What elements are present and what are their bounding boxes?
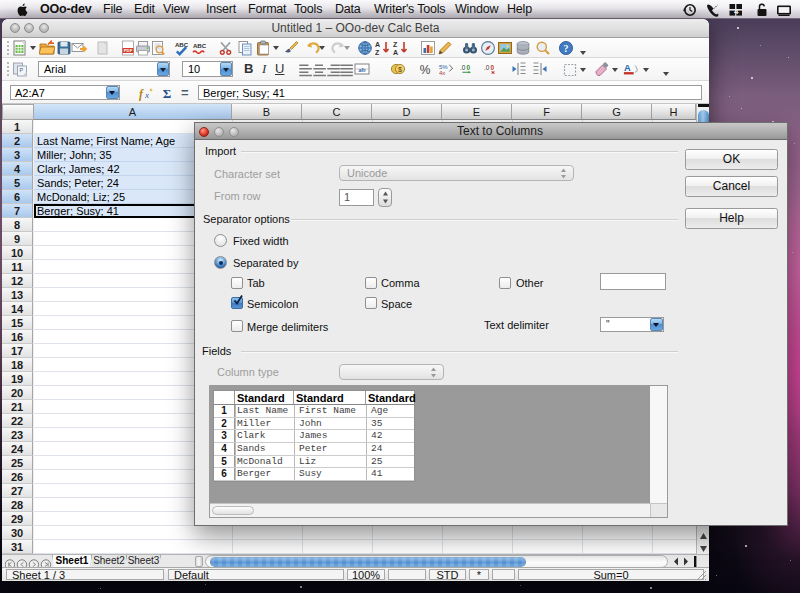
svg-text:Z: Z (393, 41, 398, 48)
svg-text:f: f (139, 87, 144, 101)
svg-text:P: P (20, 67, 24, 73)
svg-text:ABC: ABC (193, 42, 207, 49)
svg-text:A: A (624, 63, 631, 73)
svg-text:?: ? (564, 43, 569, 54)
svg-text:A: A (375, 41, 380, 48)
svg-text:ABC: ABC (175, 41, 189, 48)
svg-text:PDF: PDF (124, 48, 133, 53)
svg-text:.0: .0 (460, 64, 466, 71)
svg-text:.0: .0 (484, 64, 490, 71)
svg-text:%: % (420, 63, 431, 77)
svg-text:0: 0 (490, 64, 494, 71)
svg-text:A: A (393, 49, 398, 56)
svg-text:$: $ (398, 66, 402, 73)
svg-text:Σ: Σ (163, 86, 172, 100)
svg-text:x: x (144, 90, 149, 100)
svg-text:ab: ab (358, 66, 366, 74)
svg-text:4x: 4x (439, 70, 445, 76)
svg-text:Z: Z (375, 49, 380, 56)
svg-text:5%: 5% (439, 64, 448, 70)
svg-text:0: 0 (466, 64, 470, 71)
